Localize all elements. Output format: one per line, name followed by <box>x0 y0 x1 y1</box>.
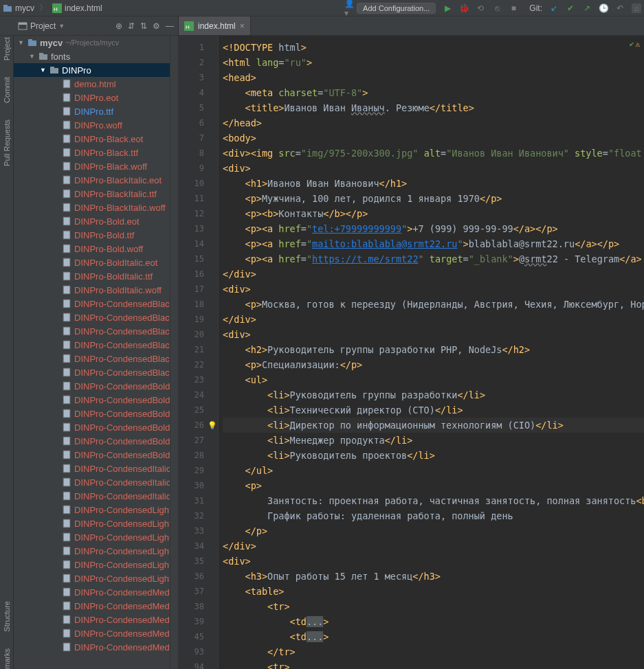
line-number[interactable]: 19 <box>179 312 218 327</box>
code-line[interactable]: <ul> <box>223 372 644 387</box>
code-line[interactable]: <table> <box>223 584 644 599</box>
line-number[interactable]: 36 <box>179 569 218 584</box>
tree-file[interactable]: DINPro-CondensedMedium.woff <box>14 613 178 626</box>
gutter[interactable]: 1234567891011121314151617181920212223242… <box>179 36 219 669</box>
code-line[interactable]: <p>Мужчина, 100 лет, родился 1 января 19… <box>223 191 644 206</box>
code-line[interactable]: <p> <box>223 478 644 493</box>
tree-file[interactable]: DINPro.woff <box>14 118 178 132</box>
code-line[interactable]: <p><b>Контакты</b></p> <box>223 206 644 221</box>
line-number[interactable]: 25 <box>179 402 218 418</box>
line-number[interactable]: 34 <box>179 538 218 554</box>
breadcrumb-project[interactable]: mycv <box>15 3 34 13</box>
line-number[interactable]: 39 <box>179 614 218 629</box>
tree-file[interactable]: DINPro-CondensedItalic.woff <box>14 489 178 503</box>
tree-file[interactable]: DINPro-BlackItalic.woff <box>14 201 178 214</box>
tree-file[interactable]: DINPro-Bold.ttf <box>14 228 178 242</box>
code-line[interactable]: <p>Москва, готов к переезду (Нидерланды,… <box>223 297 644 312</box>
line-number[interactable]: 16 <box>179 267 218 282</box>
rail-marks[interactable]: marks <box>3 648 11 669</box>
code-line[interactable]: <div> <box>223 327 644 342</box>
hide-icon[interactable]: — <box>166 21 174 31</box>
code-line[interactable]: <p><a href="tel:+79999999999">+7 (999) 9… <box>223 221 644 236</box>
tree-file[interactable]: DINPro-CondensedLight.woff <box>14 530 178 544</box>
tree-file[interactable]: DINPro-CondensedMediumItalic.ttf <box>14 640 178 654</box>
tree-root[interactable]: ▼ mycv ~/Projects/mycv <box>14 36 178 49</box>
line-number[interactable]: 35 <box>179 554 218 569</box>
tree-file[interactable]: DINPro-Bold.woff <box>14 242 178 256</box>
rail-structure[interactable]: Structure <box>3 601 11 632</box>
tree-file[interactable]: DINPro-CondensedBlack.woff <box>14 324 178 338</box>
tree-file[interactable]: DINPro-CondensedLight.eot <box>14 503 178 517</box>
line-number[interactable]: 6 <box>179 115 218 131</box>
inspection-indicators[interactable]: ✔⚠ <box>630 40 640 49</box>
rail-commit[interactable]: Commit <box>3 77 11 103</box>
run-icon[interactable]: ▶ <box>443 3 452 13</box>
line-number[interactable]: 21 <box>179 342 218 357</box>
line-number[interactable]: 20 <box>179 327 218 342</box>
tree-folder-fonts[interactable]: ▼ fonts <box>14 49 178 63</box>
code-line[interactable]: <div> <box>223 282 644 297</box>
code-editor[interactable]: ✔⚠ 1234567891011121314151617181920212223… <box>179 36 644 669</box>
line-number[interactable]: 29 <box>179 463 218 478</box>
line-number[interactable]: 15 <box>179 251 218 267</box>
code-line[interactable]: <body> <box>223 131 644 146</box>
tree-file[interactable]: DINPro-CondensedItalic.eot <box>14 462 178 475</box>
collapse-all-icon[interactable]: ⇅ <box>140 21 147 31</box>
code-line[interactable]: <li>Директор по информационным технологи… <box>223 418 644 433</box>
tree-file[interactable]: DINPro-CondensedLightItalic.eot <box>14 544 178 558</box>
code-area[interactable]: <!DOCTYPE html><html lang="ru"><head> <m… <box>219 36 644 669</box>
line-number[interactable]: 31 <box>179 493 218 508</box>
tree-file[interactable]: DINPro-Black.woff <box>14 159 178 173</box>
line-number[interactable]: 26 <box>179 418 218 433</box>
line-number[interactable]: 45 <box>179 629 218 644</box>
code-line[interactable]: <p><a href="mailto:blablabla@srmt22.ru">… <box>223 236 644 251</box>
code-line[interactable]: <h3>Опыт работы 15 лет 1 месяц</h3> <box>223 569 644 584</box>
tree-file[interactable]: DINPro-CondensedLightItalic.ttf <box>14 558 178 571</box>
line-number[interactable]: 18 <box>179 297 218 312</box>
code-line[interactable]: <li>Руководитель группы разработки</li> <box>223 387 644 402</box>
code-line[interactable]: <meta charset="UTF-8"> <box>223 85 644 100</box>
code-line[interactable]: <td...> <box>223 629 644 644</box>
tree-file[interactable]: DINPro-CondensedBold.eot <box>14 379 178 393</box>
tree-file[interactable]: DINPro-CondensedBoldItalic.eot <box>14 420 178 434</box>
tree-folder-dinpro[interactable]: ▼ DINPro <box>14 63 178 77</box>
breadcrumb-file[interactable]: index.html <box>65 3 102 13</box>
tree-file[interactable]: DINPro-Black.eot <box>14 132 178 146</box>
tree-file[interactable]: DINPro-CondensedBlackItalic.woff <box>14 365 178 379</box>
code-line[interactable]: <li>Руководитель проектов</li> <box>223 448 644 463</box>
git-commit-icon[interactable]: ✔ <box>566 3 575 13</box>
code-line[interactable]: </ul> <box>223 463 644 478</box>
tree-file[interactable]: DINPro-CondensedBold.ttf <box>14 393 178 407</box>
line-number[interactable]: 17 <box>179 282 218 297</box>
line-number[interactable]: 5 <box>179 100 218 115</box>
line-number[interactable]: 32 <box>179 508 218 523</box>
undo-icon[interactable]: ↶ <box>615 3 625 13</box>
select-opened-file-icon[interactable]: ⊕ <box>115 21 122 31</box>
code-line[interactable]: </p> <box>223 523 644 538</box>
tree-file[interactable]: DINPro.eot <box>14 91 178 104</box>
tree-file[interactable]: DINPro-CondensedMedium.eot <box>14 585 178 599</box>
tree-file[interactable]: DINPro-CondensedBlackItalic.ttf <box>14 352 178 365</box>
code-line[interactable]: </head> <box>223 115 644 131</box>
line-number[interactable]: 28 <box>179 448 218 463</box>
tree-file[interactable]: DINPro-CondensedMedium.ttf <box>14 599 178 613</box>
line-number[interactable]: 24 <box>179 387 218 402</box>
code-line[interactable]: <h2>Руководитель группы разработки PHP, … <box>223 342 644 357</box>
tree-file[interactable]: DINPro-BoldItalic.ttf <box>14 269 178 283</box>
close-tab-icon[interactable]: × <box>240 21 245 31</box>
chevron-down-icon[interactable]: ▼ <box>18 39 25 46</box>
code-line[interactable]: <p>Специализации:</p> <box>223 357 644 372</box>
code-line[interactable]: <div> <box>223 554 644 569</box>
line-number[interactable]: 3 <box>179 70 218 85</box>
project-toolwindow-header[interactable]: Project ▼ ⊕ ⇵ ⇅ ⚙ — <box>14 16 179 35</box>
tree-file[interactable]: DINPro-CondensedBlackItalic.eot <box>14 338 178 352</box>
git-push-icon[interactable]: ↗ <box>582 3 592 13</box>
editor-tab-index-html[interactable]: H index.html × <box>179 16 251 35</box>
tree-file[interactable]: DINPro-CondensedItalic.ttf <box>14 475 178 489</box>
tree-file[interactable]: DINPro-CondensedBoldItalic.ttf <box>14 434 178 448</box>
line-number[interactable]: 37 <box>179 584 218 599</box>
stop-icon[interactable]: ■ <box>509 3 518 13</box>
tree-file[interactable]: DINPro-Black.ttf <box>14 146 178 159</box>
history-icon[interactable]: 🕒 <box>599 3 608 13</box>
code-line[interactable]: </tr> <box>223 644 644 659</box>
